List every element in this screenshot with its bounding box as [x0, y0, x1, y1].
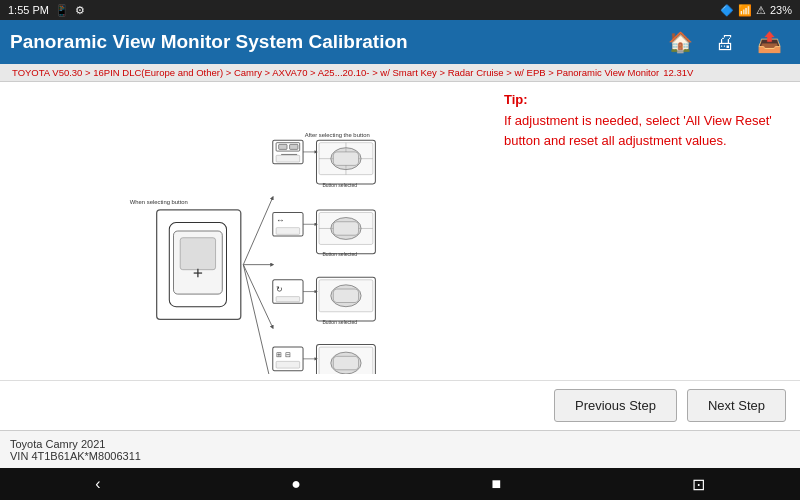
previous-step-button[interactable]: Previous Step — [554, 389, 677, 422]
status-bar: 1:55 PM 📱 ⚙ 🔷 📶 ⚠ 23% — [0, 0, 800, 20]
svg-text:↻: ↻ — [276, 284, 283, 294]
svg-line-10 — [243, 265, 272, 328]
svg-text:Button selected: Button selected — [322, 251, 357, 257]
page-title: Panoramic View Monitor System Calibratio… — [10, 31, 660, 53]
svg-text:After selecting the button: After selecting the button — [305, 132, 370, 138]
calibration-diagram: When selecting button After selecting — [10, 88, 480, 374]
svg-text:↔: ↔ — [276, 215, 284, 225]
svg-rect-35 — [333, 222, 358, 235]
export-button[interactable]: 📤 — [749, 26, 790, 58]
battery-level: 23% — [770, 4, 792, 16]
tip-text: If adjustment is needed, select 'All Vie… — [504, 111, 786, 150]
header: Panoramic View Monitor System Calibratio… — [0, 20, 800, 64]
menu-button[interactable]: ■ — [471, 471, 521, 497]
breadcrumb: TOYOTA V50.30 > 16PIN DLC(Europe and Oth… — [0, 64, 800, 82]
svg-rect-53 — [276, 361, 300, 368]
svg-text:When selecting button: When selecting button — [130, 199, 188, 205]
next-step-button[interactable]: Next Step — [687, 389, 786, 422]
footer: Toyota Camry 2021 VIN 4T1B61AK*M8006311 — [0, 430, 800, 468]
nav-buttons-area: Previous Step Next Step — [0, 380, 800, 430]
home-button[interactable]: 🏠 — [660, 26, 701, 58]
diagram-area: When selecting button After selecting — [0, 82, 490, 380]
svg-rect-47 — [333, 289, 358, 302]
bluetooth-icon: 🔷 — [720, 4, 734, 17]
time: 1:55 PM — [8, 4, 49, 16]
svg-rect-43 — [276, 297, 300, 302]
svg-text:⊞: ⊞ — [276, 351, 282, 358]
bottom-nav-bar: ‹ ● ■ ⊡ — [0, 468, 800, 500]
recent-apps-button[interactable]: ⊡ — [672, 471, 725, 498]
svg-rect-18 — [276, 155, 300, 162]
print-button[interactable]: 🖨 — [707, 26, 743, 58]
svg-rect-57 — [333, 356, 358, 369]
svg-rect-22 — [333, 152, 358, 165]
svg-text:Button selected: Button selected — [322, 319, 357, 325]
svg-rect-31 — [276, 228, 300, 235]
settings-icon: ⚙ — [75, 4, 85, 17]
svg-text:⊟: ⊟ — [285, 351, 291, 358]
voltage-display: 12.31V — [663, 67, 693, 78]
wifi-icon: 📶 — [738, 4, 752, 17]
svg-line-8 — [243, 197, 272, 264]
tip-area: Tip: If adjustment is needed, select 'Al… — [490, 82, 800, 380]
back-button[interactable]: ‹ — [75, 471, 120, 497]
svg-rect-5 — [180, 238, 215, 270]
battery-warning-icon: ⚠ — [756, 4, 766, 17]
tip-label: Tip: — [504, 92, 786, 107]
svg-line-11 — [243, 265, 272, 374]
vehicle-vin: VIN 4T1B61AK*M8006311 — [10, 450, 790, 462]
svg-text:Button selected: Button selected — [322, 182, 357, 188]
vehicle-model: Toyota Camry 2021 — [10, 438, 790, 450]
svg-rect-16 — [290, 144, 298, 149]
home-nav-button[interactable]: ● — [271, 471, 321, 497]
tablet-icon: 📱 — [55, 4, 69, 17]
svg-rect-15 — [279, 144, 287, 149]
